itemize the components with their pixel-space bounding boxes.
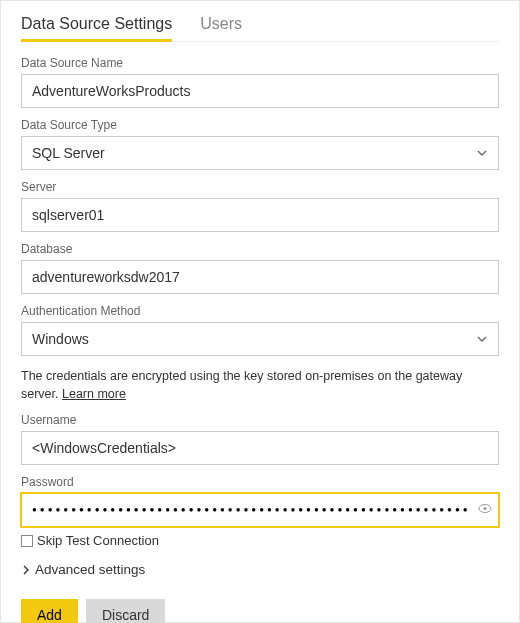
advanced-settings-label: Advanced settings [35, 562, 145, 577]
password-mask: ●●●●●●●●●●●●●●●●●●●●●●●●●●●●●●●●●●●●●●●●… [32, 503, 468, 517]
chevron-down-icon [476, 147, 488, 159]
auth-method-value: Windows [32, 331, 89, 347]
data-source-type-select[interactable]: SQL Server [21, 136, 499, 170]
tab-data-source-settings[interactable]: Data Source Settings [21, 9, 172, 41]
label-server: Server [21, 180, 499, 194]
skip-test-connection-row: Skip Test Connection [21, 533, 499, 548]
label-password: Password [21, 475, 499, 489]
label-username: Username [21, 413, 499, 427]
label-database: Database [21, 242, 499, 256]
tab-bar: Data Source Settings Users [21, 9, 499, 42]
data-source-name-input[interactable]: AdventureWorksProducts [21, 74, 499, 108]
tab-users[interactable]: Users [200, 9, 242, 41]
reveal-password-icon[interactable] [478, 503, 492, 518]
label-data-source-type: Data Source Type [21, 118, 499, 132]
skip-test-connection-checkbox[interactable] [21, 535, 33, 547]
password-input[interactable]: ●●●●●●●●●●●●●●●●●●●●●●●●●●●●●●●●●●●●●●●●… [21, 493, 499, 527]
chevron-down-icon [476, 333, 488, 345]
learn-more-link[interactable]: Learn more [62, 387, 126, 401]
data-source-settings-panel: Data Source Settings Users Data Source N… [0, 0, 520, 623]
auth-method-select[interactable]: Windows [21, 322, 499, 356]
server-input[interactable]: sqlserver01 [21, 198, 499, 232]
chevron-right-icon [21, 565, 31, 575]
label-data-source-name: Data Source Name [21, 56, 499, 70]
advanced-settings-toggle[interactable]: Advanced settings [21, 562, 499, 577]
button-row: Add Discard [21, 599, 499, 623]
label-auth-method: Authentication Method [21, 304, 499, 318]
discard-button[interactable]: Discard [86, 599, 165, 623]
database-input[interactable]: adventureworksdw2017 [21, 260, 499, 294]
credentials-note: The credentials are encrypted using the … [21, 368, 499, 403]
skip-test-connection-label: Skip Test Connection [37, 533, 159, 548]
add-button[interactable]: Add [21, 599, 78, 623]
svg-point-1 [484, 507, 487, 510]
username-input[interactable]: <WindowsCredentials> [21, 431, 499, 465]
data-source-type-value: SQL Server [32, 145, 105, 161]
